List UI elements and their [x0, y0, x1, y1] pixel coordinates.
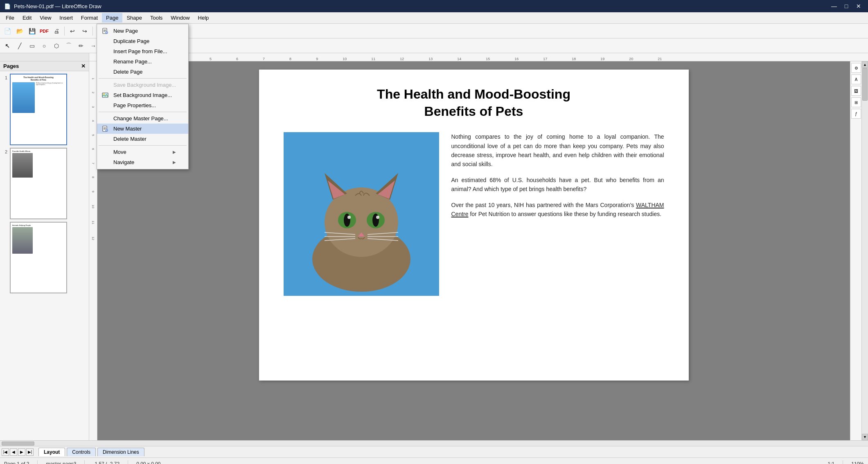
navigate-submenu-arrow: ▶ — [173, 160, 176, 164]
delete-page-icon — [101, 68, 109, 76]
menu-item-set-bg-label: Set Background Image... — [113, 92, 172, 98]
menu-item-delete-page-label: Delete Page — [113, 69, 143, 75]
menu-item-set-bg[interactable]: Set Background Image... — [97, 90, 188, 100]
new-page-icon: + — [101, 27, 109, 35]
menu-item-change-master-label: Change Master Page... — [113, 115, 168, 122]
svg-text:+: + — [106, 129, 108, 132]
menu-sep-1 — [99, 78, 187, 79]
menu-item-change-master[interactable]: Change Master Page... — [97, 113, 188, 124]
menu-item-rename-page[interactable]: Rename Page... — [97, 56, 188, 67]
move-submenu-arrow: ▶ — [173, 150, 176, 154]
menu-item-new-page-label: New Page — [113, 28, 138, 34]
menu-item-move[interactable]: Move ▶ — [97, 147, 188, 157]
menu-item-save-bg: Save Background Image... — [97, 80, 188, 90]
menu-item-delete-page[interactable]: Delete Page — [97, 67, 188, 77]
menu-item-page-properties[interactable]: Page Properties... — [97, 100, 188, 110]
menu-item-navigate[interactable]: Navigate ▶ — [97, 157, 188, 167]
page-properties-icon — [101, 101, 109, 110]
svg-point-27 — [103, 93, 105, 95]
menu-item-insert-page-label: Insert Page from File... — [113, 48, 167, 54]
menu-item-duplicate-page-label: Duplicate Page — [113, 38, 149, 44]
rename-page-icon — [101, 58, 109, 66]
menu-item-save-bg-label: Save Background Image... — [113, 82, 176, 88]
insert-page-icon — [101, 47, 109, 56]
delete-master-icon — [101, 135, 109, 143]
page-dropdown-menu: + New Page Duplicate Page Insert Page fr… — [97, 24, 189, 169]
navigate-icon — [101, 158, 109, 167]
save-bg-icon — [101, 81, 109, 89]
menu-item-new-master-label: New Master — [113, 126, 142, 132]
menu-item-navigate-label: Navigate — [113, 159, 134, 165]
move-icon — [101, 148, 109, 156]
menu-item-duplicate-page[interactable]: Duplicate Page — [97, 36, 188, 46]
svg-rect-26 — [102, 93, 108, 97]
duplicate-page-icon — [101, 37, 109, 45]
menu-item-page-properties-label: Page Properties... — [113, 102, 156, 108]
menu-item-move-label: Move — [113, 149, 126, 155]
new-master-icon: + — [101, 125, 109, 133]
menu-item-delete-master-label: Delete Master — [113, 136, 147, 142]
menu-item-new-master[interactable]: + New Master — [97, 124, 188, 134]
menu-item-insert-page[interactable]: Insert Page from File... — [97, 46, 188, 56]
set-bg-icon — [101, 91, 109, 99]
menu-sep-2 — [99, 112, 187, 112]
menu-sep-3 — [99, 145, 187, 146]
menu-item-delete-master[interactable]: Delete Master — [97, 134, 188, 144]
svg-text:+: + — [106, 32, 108, 34]
menu-item-new-page[interactable]: + New Page — [97, 26, 188, 36]
menu-overlay: + New Page Duplicate Page Insert Page fr… — [0, 0, 868, 464]
menu-item-rename-page-label: Rename Page... — [113, 59, 152, 65]
change-master-icon — [101, 115, 109, 123]
